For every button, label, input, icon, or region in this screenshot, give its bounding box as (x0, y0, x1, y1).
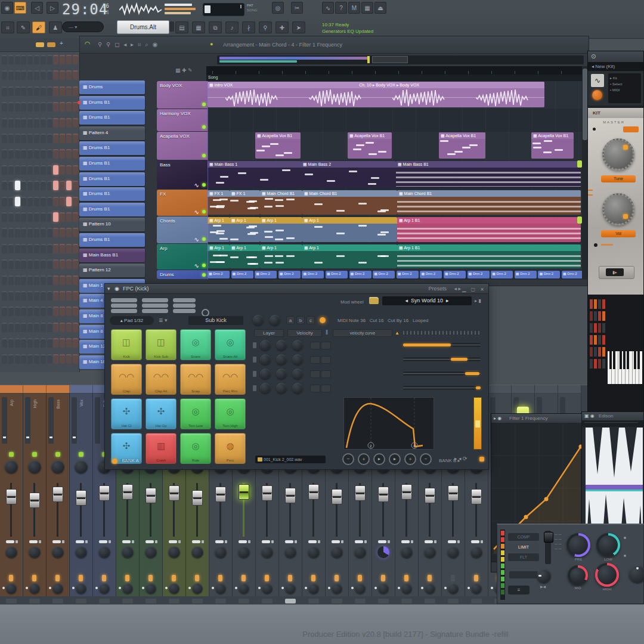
clip-main-chord-b1[interactable]: ▦ Main Chord B1 (260, 190, 302, 215)
step-cell[interactable] (15, 323, 20, 332)
fpc-pad-snare[interactable]: ◎Snare (180, 329, 211, 360)
strip-solo-dot[interactable] (388, 540, 390, 543)
sample-slot-cell[interactable] (598, 311, 601, 321)
strip-route-button[interactable] (471, 599, 482, 603)
clip-drm-2[interactable]: ▦ Drm 2 (538, 271, 560, 278)
step-cell[interactable] (34, 338, 39, 348)
strip-stereo-knob[interactable] (191, 546, 203, 558)
step-cell[interactable] (2, 323, 7, 332)
step-cell[interactable] (2, 228, 7, 237)
sample-slot-cell[interactable] (602, 311, 605, 321)
track-lane-chords[interactable]: ▦ Arp 1▦ Arp 1▦ Arp 1▦ Arp 1▦ Arp 1 B1 (206, 216, 589, 243)
step-cell[interactable] (60, 244, 65, 253)
layer-knob[interactable] (260, 340, 271, 351)
step-cell[interactable] (60, 354, 65, 364)
strip-mute-button[interactable] (99, 540, 107, 543)
plugin-wrench-icon[interactable]: ⊙ (591, 52, 596, 61)
step-cell[interactable] (47, 197, 52, 206)
step-cell[interactable] (34, 212, 39, 222)
strip-eq-knob[interactable] (308, 583, 319, 594)
strip-fader[interactable] (448, 485, 459, 501)
step-cell[interactable] (34, 165, 39, 175)
step-cell[interactable] (21, 228, 26, 237)
step-cell[interactable] (73, 197, 78, 206)
step-cell[interactable] (53, 228, 58, 237)
pad-select-stepper[interactable]: ▴ Pad 1/32 (110, 316, 154, 325)
step-cell[interactable] (66, 70, 72, 80)
clip-drm-2[interactable]: ▦ Drm 2 (326, 271, 348, 278)
clip-drm-2[interactable]: ▦ Drm 2 (491, 271, 513, 278)
curve-marker[interactable]: ▲ (395, 330, 400, 336)
pattern-dropdown[interactable]: — ▾ (62, 21, 104, 32)
strip-fx-led[interactable] (9, 575, 13, 581)
clip-arp-1-b1[interactable]: ▦ Arp 1 B1 (397, 217, 581, 242)
clip-drm-2[interactable]: ▦ Drm 2 (231, 271, 253, 278)
strip-eq-knob[interactable] (215, 583, 226, 594)
step-cell[interactable] (34, 306, 39, 316)
step-cell[interactable] (2, 102, 7, 112)
step-cell[interactable] (47, 118, 52, 128)
layer-knob[interactable] (276, 383, 287, 394)
clip-drm-2[interactable]: ▦ Drm 2 (467, 271, 490, 278)
step-cell[interactable] (15, 244, 20, 253)
strip-stereo-knob[interactable] (377, 546, 389, 558)
pad-mode-button[interactable]: b (296, 316, 305, 324)
fpc-plugin-icon[interactable]: ◉ (114, 284, 119, 293)
step-cell[interactable] (73, 149, 78, 159)
strip-eq-knob[interactable] (76, 583, 86, 594)
step-cell[interactable] (21, 134, 26, 143)
step-cell[interactable] (53, 212, 58, 222)
clip-main-bass-2[interactable]: ▦ Main Bass 2 (301, 161, 396, 188)
strip-stereo-knob[interactable] (52, 546, 64, 558)
pattern-item-pattern-10[interactable]: ▦ Pattern 10 (79, 218, 145, 231)
strip-fader[interactable] (355, 485, 366, 501)
sample-slot-cell[interactable] (598, 359, 601, 369)
envelope-panel[interactable]: 2 4 (343, 397, 434, 450)
step-cell[interactable] (2, 165, 7, 175)
strip-fx-led[interactable] (335, 575, 339, 581)
mixer-strip-1[interactable]: Arp (0, 394, 23, 596)
step-cell[interactable] (8, 165, 14, 175)
strip-solo-dot[interactable] (434, 540, 436, 543)
step-cell[interactable] (66, 228, 72, 237)
layer-range-segment[interactable] (403, 343, 451, 346)
mixer-header-seg[interactable] (70, 385, 93, 393)
step-cell[interactable] (21, 181, 26, 190)
step-cell[interactable] (47, 70, 52, 80)
strip-eq-knob[interactable] (425, 583, 435, 594)
step-cell[interactable] (66, 165, 72, 175)
mixer-header-seg[interactable] (488, 385, 512, 393)
sample-edit-knob[interactable]: − (342, 453, 354, 465)
step-cell[interactable] (8, 244, 14, 253)
step-cell[interactable] (27, 149, 33, 159)
sample-slot-cell[interactable] (594, 311, 597, 321)
strip-mute-button[interactable] (308, 540, 317, 543)
step-cell[interactable] (66, 354, 72, 364)
pad-mode-button[interactable]: c (306, 316, 315, 324)
strip-eq-knob[interactable] (122, 583, 133, 594)
sample-slot-cell[interactable] (594, 299, 597, 309)
step-cell[interactable] (27, 197, 33, 206)
strip-solo-dot[interactable] (16, 540, 18, 543)
step-cell[interactable] (2, 118, 7, 128)
track-mute-led[interactable] (202, 103, 206, 106)
track-link-icon[interactable]: ∿ (194, 209, 199, 215)
step-cell[interactable] (41, 275, 46, 285)
step-cell[interactable] (15, 86, 20, 96)
step-cell[interactable] (21, 323, 26, 332)
layer-knob[interactable] (260, 354, 271, 365)
step-cell[interactable] (41, 86, 46, 96)
mixer-strip-3[interactable]: Bass (47, 394, 70, 596)
step-cell[interactable] (34, 55, 39, 64)
strip-fader[interactable] (332, 489, 342, 504)
mixer-strip-2[interactable]: High (23, 394, 47, 596)
step-cell[interactable] (47, 86, 52, 96)
clip-arp-1[interactable]: ▦ Arp 1 (208, 217, 230, 242)
step-cell[interactable] (27, 181, 33, 190)
loop-marker[interactable] (577, 216, 582, 224)
step-cell[interactable] (34, 291, 39, 301)
track-mute-led[interactable] (202, 210, 206, 213)
step-cell[interactable] (53, 244, 58, 253)
strip-solo-dot[interactable] (271, 540, 274, 543)
strip-mute-button[interactable] (122, 540, 131, 543)
